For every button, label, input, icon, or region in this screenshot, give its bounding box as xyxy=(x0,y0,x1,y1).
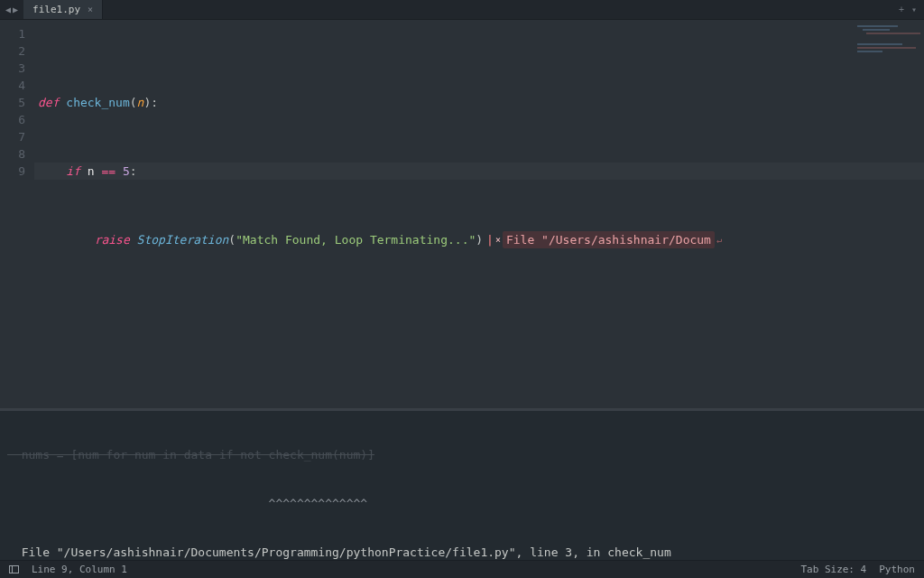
build-output-panel[interactable]: nums = [num for num in data if not check… xyxy=(0,411,924,560)
inline-error[interactable]: File "/Users/ashishnair/Docum xyxy=(503,231,715,248)
minimap[interactable] xyxy=(857,25,920,70)
code-line[interactable] xyxy=(38,351,917,368)
tab-bar: ◀ ▶ file1.py × + ▾ xyxy=(0,0,924,20)
tab-menu-icon[interactable]: ▾ xyxy=(911,5,917,14)
status-language[interactable]: Python xyxy=(879,564,915,575)
new-tab-icon[interactable]: + xyxy=(899,5,904,14)
code-line[interactable]: def check_num(n): xyxy=(38,94,917,111)
status-bar: Line 9, Column 1 Tab Size: 4 Python xyxy=(0,560,924,578)
tab-history-back-icon[interactable]: ◀ xyxy=(5,5,11,14)
code-body[interactable]: def check_num(n): if n == 5: raise StopI… xyxy=(34,20,924,408)
code-line[interactable]: raise StopIteration("Match Found, Loop T… xyxy=(38,231,917,248)
caret-marks: ^^^^^^^^^^^^^^ xyxy=(7,496,919,512)
line-gutter: 1 2 3 4 5 6 7 8 9 xyxy=(0,20,34,408)
tab-close-icon[interactable]: × xyxy=(88,5,93,14)
tab-file1[interactable]: file1.py × xyxy=(23,0,103,19)
error-marker-icon: | xyxy=(486,231,494,248)
tab-history-forward-icon[interactable]: ▶ xyxy=(13,5,18,14)
side-panel-icon[interactable] xyxy=(9,565,19,573)
editor-area[interactable]: 1 2 3 4 5 6 7 8 9 def check_num(n): if n… xyxy=(0,20,924,408)
status-tab-size[interactable]: Tab Size: 4 xyxy=(800,564,866,575)
tab-label: file1.py xyxy=(32,4,80,15)
error-wrap-icon: ↵ xyxy=(716,231,722,248)
error-close-icon[interactable]: × xyxy=(494,231,503,248)
status-cursor-pos[interactable]: Line 9, Column 1 xyxy=(32,564,127,575)
code-line[interactable] xyxy=(38,300,917,317)
